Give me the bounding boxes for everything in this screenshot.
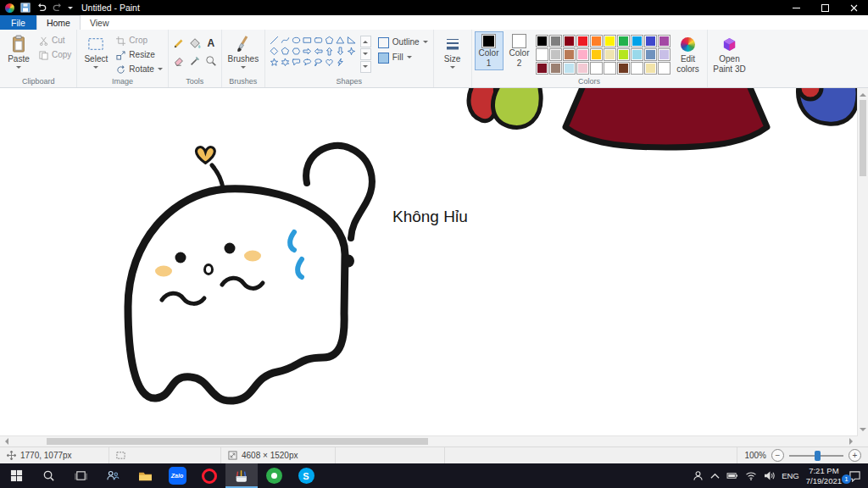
size-button[interactable]: Size xyxy=(437,31,469,73)
palette-swatch[interactable] xyxy=(617,35,630,47)
language-indicator[interactable]: ENG xyxy=(782,471,799,480)
color-picker-tool-button[interactable] xyxy=(187,53,203,69)
resize-button[interactable]: Resize xyxy=(114,48,164,62)
palette-swatch[interactable] xyxy=(644,62,657,75)
zoom-slider-thumb[interactable] xyxy=(815,451,821,461)
tray-chevron-up-icon[interactable] xyxy=(710,473,720,480)
undo-button[interactable] xyxy=(36,3,47,14)
pencil-tool-button[interactable] xyxy=(171,35,186,52)
rectangle-shape-icon[interactable] xyxy=(303,35,313,45)
palette-swatch[interactable] xyxy=(617,62,630,75)
palette-swatch[interactable] xyxy=(604,48,616,61)
horizontal-scroll-thumb[interactable] xyxy=(47,438,428,445)
palette-swatch[interactable] xyxy=(536,48,548,61)
palette-swatch[interactable] xyxy=(536,62,548,75)
paint-taskbar-button[interactable] xyxy=(225,463,258,488)
palette-swatch[interactable] xyxy=(576,48,589,61)
polygon-shape-icon[interactable] xyxy=(325,35,335,45)
open-paint3d-button[interactable]: Open Paint 3D xyxy=(710,31,749,75)
paste-button[interactable]: Paste xyxy=(3,31,35,73)
pentagon-shape-icon[interactable] xyxy=(281,46,291,56)
quick-access-dropdown-icon[interactable] xyxy=(68,7,73,12)
vertical-scrollbar[interactable] xyxy=(857,88,868,436)
six-point-star-shape-icon[interactable] xyxy=(281,57,291,67)
palette-swatch[interactable] xyxy=(590,62,603,75)
palette-swatch[interactable] xyxy=(631,48,643,61)
tab-home[interactable]: Home xyxy=(36,15,81,30)
cloud-callout-shape-icon[interactable] xyxy=(314,57,324,67)
fill-button[interactable]: Fill xyxy=(376,51,431,64)
palette-swatch[interactable] xyxy=(536,35,548,47)
brushes-button[interactable]: Brushes xyxy=(225,31,262,73)
five-point-star-shape-icon[interactable] xyxy=(270,57,280,67)
shapes-scroll-up-button[interactable] xyxy=(360,36,371,47)
rounded-callout-shape-icon[interactable] xyxy=(292,57,302,67)
palette-swatch[interactable] xyxy=(563,48,576,61)
four-point-star-shape-icon[interactable] xyxy=(347,46,357,56)
oval-callout-shape-icon[interactable] xyxy=(303,57,313,67)
copy-button[interactable]: Copy xyxy=(36,48,74,62)
redo-button[interactable] xyxy=(52,3,63,14)
edit-colors-button[interactable]: Edit colors xyxy=(672,31,704,75)
rotate-button[interactable]: Rotate xyxy=(114,63,164,76)
opera-button[interactable] xyxy=(193,463,225,488)
close-button[interactable] xyxy=(839,0,868,15)
skype-button[interactable]: S xyxy=(290,463,322,488)
palette-swatch[interactable] xyxy=(549,48,562,61)
line-shape-icon[interactable] xyxy=(270,35,280,45)
shapes-scroll-down-button[interactable] xyxy=(360,48,371,60)
diamond-shape-icon[interactable] xyxy=(270,46,280,56)
palette-swatch[interactable] xyxy=(576,62,589,75)
down-arrow-shape-icon[interactable] xyxy=(336,46,346,56)
file-explorer-button[interactable] xyxy=(129,463,161,488)
wifi-icon[interactable] xyxy=(745,471,757,480)
palette-swatch[interactable] xyxy=(658,48,670,61)
minimize-button[interactable] xyxy=(782,0,810,15)
left-arrow-shape-icon[interactable] xyxy=(314,46,324,56)
battery-icon[interactable] xyxy=(726,471,738,480)
zoom-slider[interactable] xyxy=(789,450,843,462)
shapes-more-button[interactable] xyxy=(360,61,371,73)
outline-button[interactable]: Outline xyxy=(376,36,431,49)
palette-swatch[interactable] xyxy=(590,48,603,61)
vertical-scroll-thumb[interactable] xyxy=(860,100,866,176)
palette-swatch[interactable] xyxy=(658,35,670,47)
right-triangle-shape-icon[interactable] xyxy=(347,35,357,45)
start-button[interactable] xyxy=(0,463,32,488)
fill-tool-button[interactable] xyxy=(187,35,203,52)
tray-person-icon[interactable] xyxy=(693,470,704,481)
magnifier-tool-button[interactable] xyxy=(203,53,219,69)
heart-shape-icon[interactable] xyxy=(325,57,335,67)
oval-shape-icon[interactable] xyxy=(292,35,302,45)
palette-swatch[interactable] xyxy=(563,62,576,75)
lightning-shape-icon[interactable] xyxy=(336,57,346,67)
curve-shape-icon[interactable] xyxy=(281,35,291,45)
green-app-button[interactable] xyxy=(258,463,290,488)
zoom-out-button[interactable]: − xyxy=(771,449,784,462)
up-arrow-shape-icon[interactable] xyxy=(325,46,335,56)
horizontal-scrollbar[interactable] xyxy=(0,435,858,446)
eraser-tool-button[interactable] xyxy=(171,53,186,69)
palette-swatch[interactable] xyxy=(617,48,630,61)
palette-swatch[interactable] xyxy=(604,35,616,47)
palette-swatch[interactable] xyxy=(658,62,670,75)
cut-button[interactable]: Cut xyxy=(36,34,74,47)
zalo-button[interactable]: Zalo xyxy=(161,463,193,488)
color2-button[interactable]: Color 2 xyxy=(505,31,534,70)
clock[interactable]: 7:21 PM 7/19/2021 xyxy=(806,466,842,485)
task-view-button[interactable] xyxy=(64,463,97,488)
select-button[interactable]: Select xyxy=(80,31,112,73)
palette-swatch[interactable] xyxy=(631,35,643,47)
color1-button[interactable]: Color 1 xyxy=(475,31,504,70)
tab-view[interactable]: View xyxy=(81,15,119,30)
people-button[interactable] xyxy=(97,463,129,488)
search-button[interactable] xyxy=(32,463,64,488)
text-tool-button[interactable]: A xyxy=(203,35,219,52)
rounded-rectangle-shape-icon[interactable] xyxy=(314,35,324,45)
action-center-button[interactable]: 1 xyxy=(849,470,861,482)
restore-button[interactable] xyxy=(810,0,839,15)
palette-swatch[interactable] xyxy=(644,35,657,47)
palette-swatch[interactable] xyxy=(549,62,562,75)
right-arrow-shape-icon[interactable] xyxy=(303,46,313,56)
canvas-drawing[interactable]: Không Hỉu xyxy=(0,88,858,438)
